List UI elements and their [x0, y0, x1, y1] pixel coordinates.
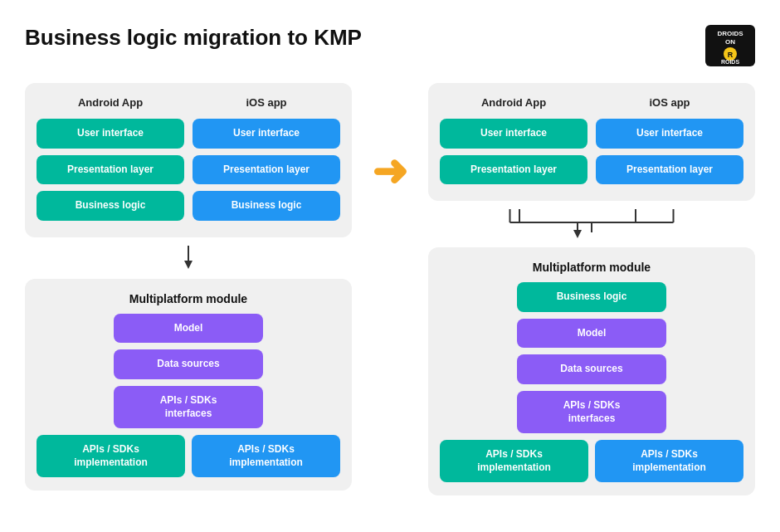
left-module-content: Model Data sources APIs / SDKsinterfaces…	[37, 314, 340, 478]
logo: DROIDS ON R ROIDS	[705, 25, 755, 66]
right-module-content: Business logic Model Data sources APIs /…	[440, 282, 743, 482]
svg-text:ON: ON	[725, 38, 735, 46]
header: Business logic migration to KMP DROIDS O…	[25, 25, 755, 66]
page: Business logic migration to KMP DROIDS O…	[0, 0, 780, 532]
right-module-box: Multiplatform module Business logic Mode…	[428, 247, 755, 495]
svg-text:ROIDS: ROIDS	[721, 59, 740, 65]
right-android-label: Android App	[440, 96, 587, 109]
left-apps-box: Android App User interface Presentation …	[25, 83, 352, 237]
right-diagram: Android App User interface Presentation …	[428, 83, 755, 495]
left-module-box: Multiplatform module Model Data sources …	[25, 279, 352, 491]
left-ios-col: iOS app User interface Presentation laye…	[193, 96, 340, 221]
left-android-ui: User interface	[37, 119, 184, 149]
right-android-presentation: Presentation layer	[440, 155, 587, 185]
left-bottom-row: APIs / SDKsimplementation APIs / SDKsimp…	[37, 435, 340, 477]
svg-marker-7	[184, 261, 193, 269]
right-ios-label: iOS app	[596, 96, 743, 109]
right-module-title: Multiplatform module	[440, 261, 743, 274]
right-datasources: Data sources	[517, 354, 666, 384]
right-ios-ui: User interface	[596, 119, 743, 149]
left-android-presentation: Presentation layer	[37, 155, 184, 185]
left-connector-svg	[176, 246, 201, 271]
left-connector	[25, 246, 352, 271]
right-bottom-row: APIs / SDKsimplementation APIs / SDKsimp…	[440, 440, 743, 482]
right-android-col: Android App User interface Presentation …	[440, 96, 587, 184]
right-apis-interfaces: APIs / SDKsinterfaces	[517, 391, 666, 433]
right-ios-presentation: Presentation layer	[596, 155, 743, 185]
right-model: Model	[517, 319, 666, 349]
svg-text:DROIDS: DROIDS	[717, 30, 743, 37]
left-android-label: Android App	[37, 96, 184, 109]
right-android-ui: User interface	[440, 119, 587, 149]
left-impl-android: APIs / SDKsimplementation	[37, 435, 185, 477]
svg-text:R: R	[728, 51, 734, 59]
diagrams-container: Android App User interface Presentation …	[25, 83, 755, 495]
arrow-container: ➜	[365, 83, 415, 193]
left-ios-presentation: Presentation layer	[193, 155, 340, 185]
left-impl-ios: APIs / SDKsimplementation	[192, 435, 340, 477]
arrow-icon: ➜	[372, 149, 408, 193]
left-android-col: Android App User interface Presentation …	[37, 96, 184, 221]
left-module-title: Multiplatform module	[37, 292, 340, 305]
right-business-logic: Business logic	[517, 282, 666, 312]
left-datasources: Data sources	[114, 349, 263, 379]
right-connector	[428, 209, 755, 239]
left-model: Model	[114, 314, 263, 344]
left-ios-label: iOS app	[193, 96, 340, 109]
right-apps-box: Android App User interface Presentation …	[428, 83, 755, 201]
left-ios-business: Business logic	[193, 191, 340, 221]
right-ios-col: iOS app User interface Presentation laye…	[596, 96, 743, 184]
page-title: Business logic migration to KMP	[25, 25, 362, 51]
right-connector-svg2	[428, 209, 755, 239]
left-android-business: Business logic	[37, 191, 184, 221]
svg-marker-17	[573, 230, 582, 238]
right-impl-android: APIs / SDKsimplementation	[440, 440, 588, 482]
left-ios-ui: User interface	[193, 119, 340, 149]
right-impl-ios: APIs / SDKsimplementation	[595, 440, 743, 482]
left-diagram: Android App User interface Presentation …	[25, 83, 352, 491]
left-apis-interfaces: APIs / SDKsinterfaces	[114, 386, 263, 428]
